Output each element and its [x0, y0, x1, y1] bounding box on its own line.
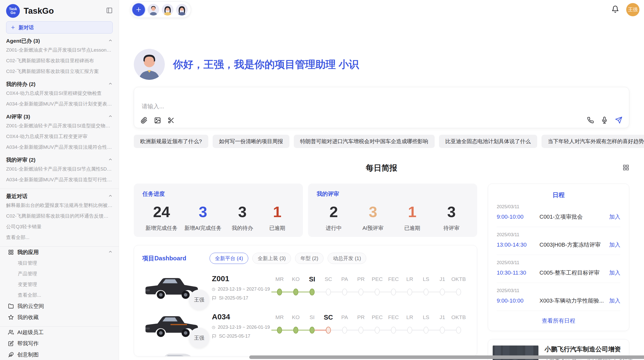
section-my-todo[interactable]: 我的待办 (2) — [6, 80, 113, 88]
suggestion-chip[interactable]: 欧洲新规最近颁布了什么? — [134, 135, 208, 148]
schedule-meeting-title: X003-车辆动力学性能验... — [539, 297, 609, 305]
schedule-time: 13:00-14:30 — [497, 242, 539, 248]
project-image: 王强 — [142, 273, 201, 301]
message-input[interactable] — [141, 102, 622, 115]
new-chat-label: 新对话 — [19, 24, 34, 31]
briefing-left-column: 任务进度 24 新增完成任务 3 新增AI — [134, 184, 477, 356]
mic-icon[interactable] — [601, 117, 608, 124]
collapse-sidebar-icon[interactable] — [106, 7, 113, 15]
join-meeting-link[interactable]: 加入 — [609, 213, 620, 221]
chevron-up-icon[interactable] — [108, 114, 113, 120]
join-meeting-link[interactable]: 加入 — [609, 269, 620, 277]
stat: 1 已逾期 — [263, 204, 291, 232]
sidebar-task-item[interactable]: A034-全新新能源MUV产品开发项目法规符合性评审 — [6, 142, 113, 153]
suggestion-chip[interactable]: 比亚迪全固态电池计划具体说了什么 — [439, 135, 537, 148]
sidebar-item-cloud-space[interactable]: 我的云空间 — [6, 301, 113, 312]
suggestion-chip[interactable]: 特朗普可能对进口汽车增税会对中国车企造成哪些影响 — [294, 135, 435, 148]
stat-label: 已逾期 — [263, 224, 291, 232]
send-icon[interactable] — [615, 116, 622, 124]
dashboard-header: 项目Dashboard 全新平台 (4)全新上装 (3)年型 (2)动总开发 (… — [142, 252, 469, 264]
join-meeting-link[interactable]: 加入 — [609, 297, 620, 305]
milestone-dot — [423, 289, 429, 295]
notification-bell-icon[interactable] — [611, 5, 619, 14]
app-item[interactable]: 变更管理 — [6, 279, 113, 290]
project-dates: 2023-12-19 ~ 2026-01-19 — [212, 325, 270, 330]
image-icon[interactable] — [154, 117, 161, 124]
recent-chats-view-all[interactable]: 查看全部... — [6, 232, 113, 243]
sidebar-item-ai-employees[interactable]: AI超级员工 — [6, 327, 113, 338]
sidebar-item-my-apps[interactable]: 我的应用 — [6, 247, 113, 258]
sidebar-task-item[interactable]: A034-全新新能源MUV产品开发项目计划变更表编写 — [6, 99, 113, 109]
greeting: 你好，王强，我是你的项目管理助理 小识 — [134, 49, 629, 80]
schedule-item: 2025/03/11 13:00-14:30 C003|H0B-方案冻结评审 加… — [497, 227, 620, 255]
member-avatar[interactable] — [148, 4, 159, 16]
my-apps-view-all[interactable]: 查看全部... — [6, 290, 113, 301]
schedule-meeting-title: C001-立项审批会 — [539, 213, 609, 221]
section-my-review[interactable]: 我的评审 (2) — [6, 156, 113, 164]
milestone-dot — [440, 289, 445, 295]
phone-icon[interactable] — [587, 117, 594, 124]
scrollbar-thumb[interactable] — [249, 355, 644, 359]
layout-grid-icon[interactable] — [623, 164, 629, 172]
add-member-button[interactable] — [132, 3, 145, 16]
paperclip-icon[interactable] — [141, 117, 148, 124]
chevron-up-icon[interactable] — [108, 38, 113, 44]
milestone-label: OKTB — [450, 274, 467, 284]
briefing-body: 任务进度 24 新增完成任务 3 新增AI — [134, 184, 629, 360]
schedule-list: 2025/03/11 9:00-10:00 C001-立项审批会 加入 2025… — [497, 199, 620, 311]
sidebar-task-item[interactable]: C0X4-动力总成开发项目工程变更评审 — [6, 131, 113, 142]
user-avatar[interactable]: 王强 — [626, 3, 639, 16]
layout-grid-icon — [8, 249, 14, 255]
recent-chat-item[interactable]: 公司Q3轻卡销量 — [6, 221, 113, 232]
suggestion-chip[interactable]: 如何写一份清晰的项目周报 — [213, 135, 289, 148]
sidebar-task-item[interactable]: C02-飞腾新能源轻客改款项目里程碑画布 — [6, 55, 113, 66]
dashboard-tab[interactable]: 全新上装 (3) — [252, 253, 291, 264]
milestone: PEC — [369, 274, 385, 302]
clock-icon — [212, 287, 215, 292]
sidebar-item-favorites[interactable]: 我的收藏 — [6, 312, 113, 323]
project-row[interactable]: 王强 Z001 2023-12-19 ~ 2027-01-19 SI-2025-… — [142, 273, 469, 311]
schedule-item: 2025/03/11 10:30-11:30 C005-整车工程目标评审 加入 — [497, 255, 620, 283]
milestone-label: PEC — [369, 274, 385, 284]
sidebar-task-item[interactable]: Z001-全新燃油轻卡产品开发项目SI节点属性5D文件评审 — [6, 164, 113, 174]
scissors-icon[interactable] — [168, 117, 174, 124]
recent-chat-item[interactable]: C02-飞腾新能源轻客改款项目的闭环通告反馈情况 — [6, 211, 113, 221]
dashboard-tab[interactable]: 全新平台 (4) — [210, 253, 248, 264]
view-all-schedule-link[interactable]: 查看所有日程 — [497, 317, 620, 326]
section-agent-done[interactable]: Agent已办 (3) — [6, 37, 113, 45]
chevron-up-icon[interactable] — [108, 193, 113, 199]
stat-label: 新增AI完成任务 — [184, 224, 222, 232]
schedule-time: 10:30-11:30 — [497, 269, 539, 276]
join-meeting-link[interactable]: 加入 — [609, 241, 620, 249]
dashboard-tab[interactable]: 动总开发 (1) — [328, 253, 366, 264]
sidebar-task-item[interactable]: C0X4-动力总成开发项目SI里程碑提交物检查 — [6, 88, 113, 99]
app-item[interactable]: 项目管理 — [6, 258, 113, 268]
chevron-up-icon[interactable] — [108, 157, 113, 163]
sidebar-task-item[interactable]: A034-全新新能源MUV产品开发项目造型可行性评审 — [6, 174, 113, 185]
stat-value: 3 — [437, 204, 465, 220]
member-avatar[interactable] — [162, 4, 173, 16]
new-chat-button[interactable]: 新对话 — [6, 21, 113, 34]
chevron-up-icon[interactable] — [108, 249, 113, 255]
section-ai-review[interactable]: AI评审 (3) — [6, 113, 113, 121]
section-recent-chats[interactable]: 最近对话 — [6, 192, 113, 200]
milestone-dot — [407, 327, 412, 334]
dashboard-tab[interactable]: 年型 (2) — [295, 253, 324, 264]
recent-chat-item[interactable]: 解释最新出台的欧盟报废车法规再生塑料比例被调至15%... — [6, 200, 113, 211]
my-review-title: 我的评审 — [317, 190, 469, 198]
sidebar-task-item[interactable]: Z001-全新燃油皮卡产品开发项目SI节点Lesson Learn报告 — [6, 45, 113, 55]
sidebar-task-item[interactable]: C02-飞腾新能源轻客改款项目立项汇报方案 — [6, 66, 113, 77]
sidebar-item-creative-drawing[interactable]: 创意制图 — [6, 349, 113, 360]
member-avatar[interactable] — [176, 4, 188, 16]
sidebar-task-item[interactable]: Z001-全新燃油轻卡产品开发项目SI造型提交物评审 — [6, 121, 113, 131]
app-item[interactable]: 产品管理 — [6, 268, 113, 279]
milestone: SC — [320, 312, 336, 340]
my-review-list: Z001-全新燃油轻卡产品开发项目SI节点属性5D文件评审A034-全新新能源M… — [6, 164, 113, 185]
chevron-up-icon[interactable] — [108, 81, 113, 87]
plus-icon — [135, 6, 142, 13]
project-row[interactable]: 王强 A034 2023-12-19 ~ 2026-01-19 SC-2025-… — [142, 311, 469, 349]
schedule-item: 2025/03/11 9:00-10:00 C001-立项审批会 加入 — [497, 199, 620, 227]
suggestion-chip[interactable]: 当下年轻人对汽车外观有怎样的喜好趋势 — [541, 135, 644, 148]
topbar: 王强 — [130, 2, 639, 18]
sidebar-item-help-me-write[interactable]: 帮我写作 — [6, 338, 113, 349]
